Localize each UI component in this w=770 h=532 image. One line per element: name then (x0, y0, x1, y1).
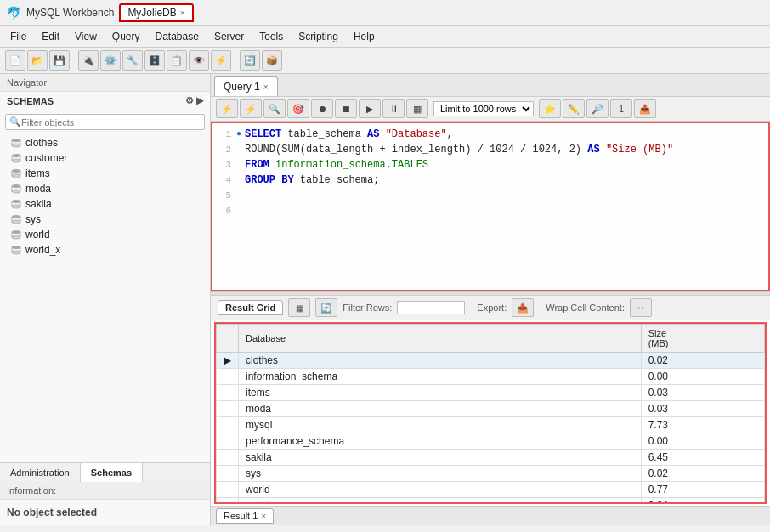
qt-grid[interactable]: ▦ (406, 99, 428, 118)
qt-star[interactable]: ⭐ (539, 99, 561, 118)
qt-record[interactable]: ⏺ (311, 99, 333, 118)
schema-item-moda[interactable]: moda (0, 181, 210, 196)
menu-scripting[interactable]: Scripting (292, 28, 345, 45)
schema-name-sakila: sakila (25, 198, 52, 210)
db-icon-clothes (10, 137, 22, 149)
table-row: ▶ clothes 0.02 (217, 353, 765, 369)
db-icon-world (10, 229, 22, 241)
menu-server[interactable]: Server (207, 28, 251, 45)
result-tab-1[interactable]: Result 1 × (216, 508, 274, 524)
toolbar-settings[interactable]: 🔧 (122, 50, 143, 71)
result-grid-icon[interactable]: ▦ (288, 298, 310, 317)
query-tab-close[interactable]: × (263, 82, 269, 92)
table-row: sys 0.02 (217, 466, 765, 482)
menu-view[interactable]: View (68, 28, 104, 45)
sql-editor[interactable]: 1 ● SELECT table_schema AS "Database", 2… (211, 122, 770, 291)
menu-tools[interactable]: Tools (252, 28, 290, 45)
schema-item-customer[interactable]: customer (0, 150, 210, 166)
qt-num[interactable]: 1 (610, 99, 632, 118)
toolbar-new[interactable]: 📄 (5, 50, 25, 71)
qt-stop[interactable]: ⏹ (335, 99, 357, 118)
toolbar-migrate[interactable]: 🔄 (240, 50, 260, 71)
schema-item-sys[interactable]: sys (0, 212, 210, 227)
table-row: sakila 6.45 (217, 450, 765, 466)
qt-target[interactable]: 🎯 (287, 99, 309, 118)
result-tab-close[interactable]: × (261, 512, 266, 521)
filter-box[interactable]: 🔍 (5, 114, 205, 130)
query-tab-bar: Query 1 × (211, 74, 770, 97)
menu-help[interactable]: Help (347, 28, 382, 45)
db-icon-sys (10, 213, 22, 225)
filter-rows-input[interactable] (397, 301, 465, 314)
row-arrow-cell (217, 433, 239, 450)
export-icon[interactable]: 📤 (512, 298, 534, 317)
qt-search[interactable]: 🔍 (263, 99, 286, 118)
tab-administration[interactable]: Administration (0, 463, 81, 482)
editor-line-3: 3 FROM information_schema.TABLES (216, 157, 765, 173)
row-db: items (239, 385, 642, 401)
sidebar-tabs: Administration Schemas (0, 462, 210, 482)
qt-edit[interactable]: ✏️ (563, 99, 585, 118)
schemas-label: SCHEMAS (7, 96, 54, 106)
row-db: world_x (239, 498, 642, 505)
tab-schemas[interactable]: Schemas (81, 463, 143, 482)
result-refresh-icon[interactable]: 🔄 (315, 298, 337, 317)
qt-play[interactable]: ▶ (359, 99, 381, 118)
filter-input[interactable] (21, 117, 201, 127)
schema-name-items: items (25, 167, 50, 179)
qt-export[interactable]: 📤 (634, 99, 656, 118)
table-row: mysql 7.73 (217, 417, 765, 433)
limit-select[interactable]: Limit to 1000 rows (433, 101, 534, 116)
toolbar-connect[interactable]: 🔌 (78, 50, 99, 71)
information-label: Information: (0, 482, 210, 500)
toolbar-save[interactable]: 💾 (49, 50, 70, 71)
qt-lightning[interactable]: ⚡ (216, 99, 238, 118)
row-db: mysql (239, 417, 642, 433)
search-icon: 🔍 (9, 116, 21, 127)
row-size: 0.00 (641, 369, 764, 385)
db-tab[interactable]: MyJolieDB × (119, 3, 193, 22)
menu-query[interactable]: Query (105, 28, 147, 45)
row-arrow-cell (217, 385, 239, 401)
toolbar-schema[interactable]: 🗄️ (144, 50, 165, 71)
toolbar-open[interactable]: 📂 (27, 50, 48, 71)
row-db: world (239, 482, 642, 498)
schema-item-world[interactable]: world (0, 227, 210, 242)
editor-line-4: 4 GROUP BY table_schema; (216, 173, 765, 188)
schema-item-sakila[interactable]: sakila (0, 196, 210, 212)
schema-item-items[interactable]: items (0, 166, 210, 181)
row-db: performance_schema (239, 433, 642, 450)
qt-pause[interactable]: ⏸ (382, 99, 405, 118)
row-arrow-cell (217, 369, 239, 385)
menu-database[interactable]: Database (149, 28, 206, 45)
toolbar-backup[interactable]: 📦 (262, 50, 282, 71)
db-tab-close[interactable]: × (180, 8, 185, 18)
db-icon-moda (10, 183, 22, 195)
content-inner: 1 ● SELECT table_schema AS "Database", 2… (211, 122, 770, 525)
result-tab-label: Result 1 (224, 511, 258, 521)
filter-rows-label: Filter Rows: (343, 303, 392, 313)
toolbar-disconnect[interactable]: ⚙️ (100, 50, 121, 71)
result-area: Result Grid ▦ 🔄 Filter Rows: Export: 📤 W… (211, 296, 770, 506)
db-icon-items (10, 167, 22, 179)
db-icon-customer (10, 152, 22, 164)
db-tab-label: MyJolieDB (127, 7, 176, 19)
wrap-icon[interactable]: ↔ (630, 298, 652, 317)
result-grid-tab[interactable]: Result Grid (218, 300, 283, 315)
schemas-icon-2: ▶ (196, 95, 203, 106)
schema-item-worldx[interactable]: world_x (0, 242, 210, 258)
toolbar-table[interactable]: 📋 (167, 50, 187, 71)
schemas-header: SCHEMAS ⚙ ▶ (0, 92, 210, 110)
main-layout: Navigator: SCHEMAS ⚙ ▶ 🔍 clothes custome… (0, 74, 770, 525)
editor-line-5: 5 (216, 188, 765, 203)
menu-edit[interactable]: Edit (35, 28, 66, 45)
menu-file[interactable]: File (3, 28, 33, 45)
qt-lightning2[interactable]: ⚡ (240, 99, 262, 118)
result-table-container: Database Size(MB) ▶ clothes 0.02 informa… (214, 322, 767, 504)
toolbar-proc[interactable]: ⚡ (211, 50, 231, 71)
qt-magnify[interactable]: 🔎 (586, 99, 609, 118)
query-tab-1[interactable]: Query 1 × (214, 76, 278, 96)
toolbar-view[interactable]: 👁️ (189, 50, 209, 71)
schema-item-clothes[interactable]: clothes (0, 135, 210, 150)
col-size: Size(MB) (641, 325, 764, 353)
